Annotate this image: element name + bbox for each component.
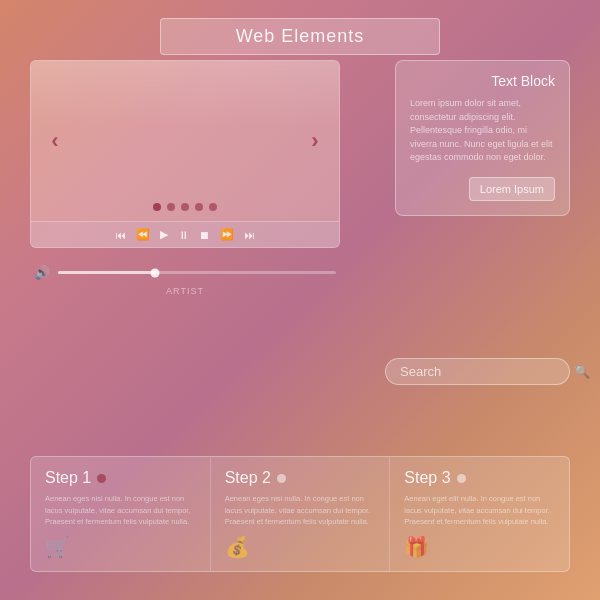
step-1-title: Step 1: [45, 469, 91, 487]
timeline-label: ARTIST: [30, 280, 340, 298]
skip-back-button[interactable]: ⏮: [115, 229, 126, 241]
step-3-icon: 🎁: [404, 535, 555, 559]
step-3-column: Step 3 Aenean eget elit nulla. In congue…: [390, 457, 569, 571]
pause-button[interactable]: ⏸: [178, 229, 189, 241]
page-title: Web Elements: [236, 26, 365, 46]
step-1-icon: 🛒: [45, 535, 196, 559]
slider-panel: ‹ › ⏮ ⏪ ▶ ⏸ ⏹ ⏩ ⏭: [30, 60, 340, 248]
slider-dot-1[interactable]: [153, 203, 161, 211]
slider-dots: [153, 203, 217, 211]
slider-prev-button[interactable]: ‹: [41, 127, 69, 155]
step-1-dot: [97, 474, 106, 483]
step-2-desc: Aenean eges nisi nulla. In congue est no…: [225, 493, 376, 527]
fast-forward-button[interactable]: ⏩: [220, 228, 234, 241]
search-bar[interactable]: 🔍: [385, 358, 570, 385]
search-icon: 🔍: [574, 364, 590, 379]
text-block-body: Lorem ipsum dolor sit amet, consectetur …: [410, 97, 555, 165]
progress-thumb: [151, 268, 160, 277]
volume-progress-row: 🔊: [30, 265, 340, 280]
step-3-title: Step 3: [404, 469, 450, 487]
slider-dot-2[interactable]: [167, 203, 175, 211]
step-3-header: Step 3: [404, 469, 555, 487]
step-2-header: Step 2: [225, 469, 376, 487]
lorem-ipsum-button[interactable]: Lorem Ipsum: [469, 177, 555, 201]
slider-dot-5[interactable]: [209, 203, 217, 211]
skip-forward-button[interactable]: ⏭: [244, 229, 255, 241]
step-1-header: Step 1: [45, 469, 196, 487]
page-title-bar: Web Elements: [160, 18, 440, 55]
steps-bar: Step 1 Aenean eges nisi nulla. In congue…: [30, 456, 570, 572]
step-3-dot: [457, 474, 466, 483]
rewind-button[interactable]: ⏪: [136, 228, 150, 241]
step-2-title: Step 2: [225, 469, 271, 487]
play-button[interactable]: ▶: [160, 228, 168, 241]
search-input[interactable]: [400, 364, 568, 379]
step-1-column: Step 1 Aenean eges nisi nulla. In congue…: [31, 457, 211, 571]
step-2-column: Step 2 Aenean eges nisi nulla. In congue…: [211, 457, 391, 571]
slider-dot-3[interactable]: [181, 203, 189, 211]
slider-dot-4[interactable]: [195, 203, 203, 211]
step-1-desc: Aenean eges nisi nulla. In congue est no…: [45, 493, 196, 527]
media-controls: ⏮ ⏪ ▶ ⏸ ⏹ ⏩ ⏭: [31, 221, 339, 247]
text-block-title: Text Block: [410, 73, 555, 89]
stop-button[interactable]: ⏹: [199, 229, 210, 241]
step-3-desc: Aenean eget elit nulla. In congue est no…: [404, 493, 555, 527]
slider-viewport: ‹ ›: [31, 61, 339, 221]
progress-fill: [58, 271, 155, 274]
progress-track[interactable]: [58, 271, 336, 274]
artist-label: ARTIST: [166, 286, 204, 296]
text-block: Text Block Lorem ipsum dolor sit amet, c…: [395, 60, 570, 216]
step-2-icon: 💰: [225, 535, 376, 559]
volume-icon: 🔊: [34, 265, 50, 280]
step-2-dot: [277, 474, 286, 483]
slider-next-button[interactable]: ›: [301, 127, 329, 155]
